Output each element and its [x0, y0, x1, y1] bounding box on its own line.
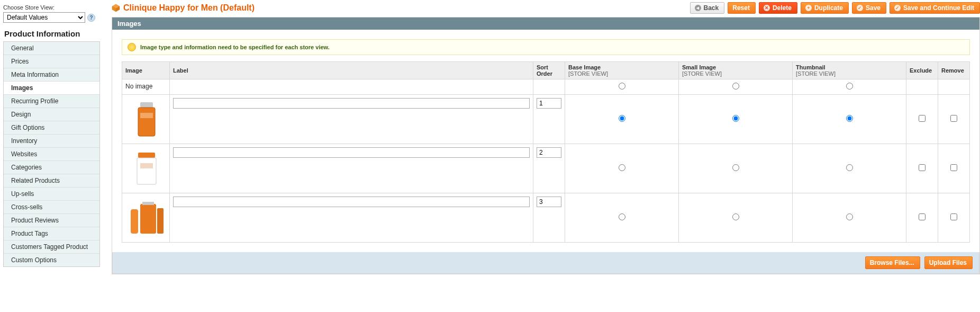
thumbnail-radio[interactable] [846, 115, 853, 122]
save-button[interactable]: ✓Save [852, 2, 886, 14]
upload-files-button[interactable]: Upload Files [924, 256, 973, 269]
svg-rect-9 [140, 163, 153, 168]
base-image-radio[interactable] [619, 213, 625, 220]
svg-rect-6 [140, 113, 153, 118]
small-image-radio[interactable] [732, 213, 739, 220]
upload-bar: Browse Files... Upload Files [112, 252, 979, 274]
exclude-checkbox[interactable] [919, 164, 925, 171]
product-icon [112, 4, 120, 12]
sidebar-tab-product-reviews[interactable]: Product Reviews [4, 213, 99, 227]
images-panel: Images Image type and information need t… [112, 17, 980, 274]
exclude-checkbox[interactable] [919, 115, 925, 122]
image-row [122, 193, 970, 243]
sidebar-tab-related-products[interactable]: Related Products [4, 174, 99, 187]
sort-order-input[interactable] [537, 197, 561, 207]
thumbnail-radio-none[interactable] [846, 83, 853, 90]
check-icon: ✓ [894, 5, 901, 11]
delete-button[interactable]: ✕Delete [759, 2, 797, 14]
svg-rect-3 [140, 102, 153, 108]
no-image-row: No image [122, 79, 970, 95]
panel-title: Images [112, 17, 979, 30]
save-continue-button[interactable]: ✓Save and Continue Edit [890, 2, 980, 14]
sidebar-tab-recurring-profile[interactable]: Recurring Profile [4, 94, 99, 108]
plus-icon: + [805, 5, 812, 11]
col-thumbnail: Thumbnail[STORE VIEW] [793, 62, 906, 79]
exclude-checkbox[interactable] [919, 213, 925, 220]
no-image-cell: No image [122, 79, 170, 95]
sidebar-tab-categories[interactable]: Categories [4, 161, 99, 174]
back-arrow-icon: ◄ [695, 5, 701, 11]
remove-checkbox[interactable] [950, 213, 957, 220]
store-view-notice: Image type and information need to be sp… [122, 39, 970, 55]
duplicate-button[interactable]: +Duplicate [801, 2, 849, 14]
sidebar-tab-product-tags[interactable]: Product Tags [4, 227, 99, 240]
store-switcher-label: Choose Store View: [3, 4, 100, 11]
small-image-radio[interactable] [732, 164, 739, 171]
image-row [122, 144, 970, 193]
sidebar-tab-up-sells[interactable]: Up-sells [4, 187, 99, 200]
images-table: Image Label Sort Order Base Image[STORE … [122, 61, 970, 243]
sidebar-tab-gift-options[interactable]: Gift Options [4, 121, 99, 134]
svg-rect-13 [157, 208, 164, 234]
image-label-input[interactable] [173, 98, 530, 109]
image-label-input[interactable] [173, 147, 530, 158]
small-image-radio-none[interactable] [732, 83, 739, 90]
back-button[interactable]: ◄Back [690, 2, 725, 14]
reset-button[interactable]: Reset [728, 2, 756, 14]
sidebar-tab-meta-information[interactable]: Meta Information [4, 68, 99, 81]
thumbnail-radio[interactable] [846, 164, 853, 171]
sidebar: Choose Store View: Default Values ? Prod… [0, 0, 103, 280]
svg-rect-4 [138, 108, 155, 136]
store-switcher-select[interactable]: Default Values [3, 12, 85, 23]
page-title: Clinique Happy for Men (Default) [123, 3, 255, 13]
sidebar-tab-customers-tagged-product[interactable]: Customers Tagged Product [4, 240, 99, 253]
sidebar-tab-websites[interactable]: Websites [4, 147, 99, 161]
sidebar-tab-design[interactable]: Design [4, 108, 99, 121]
sidebar-tab-prices[interactable]: Prices [4, 55, 99, 68]
product-thumbnail[interactable] [125, 197, 168, 239]
delete-icon: ✕ [764, 5, 770, 11]
col-exclude: Exclude [906, 62, 938, 79]
browse-files-button[interactable]: Browse Files... [865, 256, 920, 269]
lightbulb-icon [128, 43, 136, 51]
sidebar-tab-cross-sells[interactable]: Cross-sells [4, 200, 99, 213]
base-image-radio[interactable] [619, 164, 625, 171]
sort-order-input[interactable] [537, 98, 561, 109]
col-small-image: Small Image[STORE VIEW] [679, 62, 793, 79]
col-base-image: Base Image[STORE VIEW] [565, 62, 679, 79]
sidebar-tabs: GeneralPricesMeta InformationImagesRecur… [3, 41, 100, 267]
col-remove: Remove [938, 62, 970, 79]
help-icon[interactable]: ? [87, 14, 95, 22]
product-thumbnail[interactable] [125, 147, 168, 190]
svg-rect-11 [140, 204, 156, 234]
store-switcher: Choose Store View: Default Values ? [3, 2, 100, 27]
sidebar-tab-general[interactable]: General [4, 41, 99, 55]
base-image-radio[interactable] [619, 115, 625, 122]
section-title: Product Information [3, 27, 100, 41]
svg-rect-8 [137, 158, 156, 184]
base-image-radio-none[interactable] [619, 83, 625, 90]
col-label: Label [170, 62, 533, 79]
action-buttons: ◄Back Reset ✕Delete +Duplicate ✓Save ✓Sa… [690, 2, 980, 14]
col-sort-order: Sort Order [533, 62, 565, 79]
svg-rect-7 [138, 153, 155, 158]
page-header: Clinique Happy for Men (Default) ◄Back R… [112, 0, 980, 17]
small-image-radio[interactable] [732, 115, 739, 122]
sidebar-tab-custom-options[interactable]: Custom Options [4, 253, 99, 266]
main-content: Clinique Happy for Men (Default) ◄Back R… [103, 0, 980, 280]
sidebar-tab-images[interactable]: Images [4, 81, 99, 94]
thumbnail-radio[interactable] [846, 213, 853, 220]
svg-rect-10 [131, 209, 138, 234]
sort-order-input[interactable] [537, 147, 561, 158]
svg-rect-12 [142, 202, 154, 205]
check-icon: ✓ [857, 5, 863, 11]
image-label-input[interactable] [173, 197, 530, 207]
image-row [122, 95, 970, 144]
sidebar-tab-inventory[interactable]: Inventory [4, 134, 99, 147]
product-thumbnail[interactable] [125, 98, 168, 140]
remove-checkbox[interactable] [950, 115, 957, 122]
col-image: Image [122, 62, 170, 79]
remove-checkbox[interactable] [950, 164, 957, 171]
notice-text: Image type and information need to be sp… [140, 44, 330, 50]
